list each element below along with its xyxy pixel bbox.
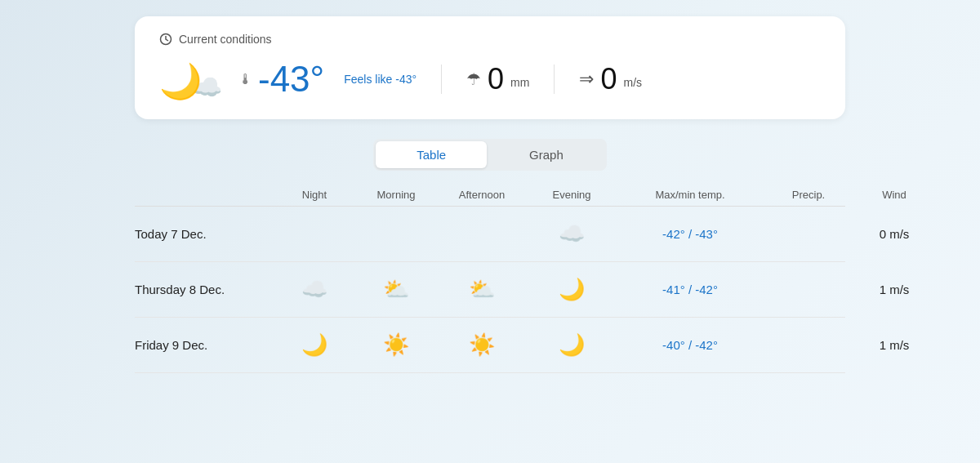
row-fri-night: 🌙 — [274, 332, 355, 358]
col-header-temp: Max/min temp. — [617, 189, 764, 201]
row-today-temp: -42° / -43° — [617, 227, 764, 241]
current-conditions-header: Current conditions — [159, 33, 821, 46]
umbrella-icon: ☂ — [466, 69, 481, 89]
precipitation-unit: mm — [510, 76, 529, 89]
row-fri-evening: 🌙 — [527, 332, 617, 358]
wind-block: ⇒ 0 m/s — [579, 62, 642, 96]
feels-like-label: Feels like -43° — [344, 73, 416, 86]
row-today-evening: ☁️ — [527, 221, 617, 247]
feels-like-temp: -43° — [395, 73, 416, 86]
divider-2 — [554, 65, 555, 94]
table-row: Thursday 8 Dec. ☁️ ⛅ ⛅ 🌙 -41° / -42° 1 m… — [135, 262, 845, 318]
precipitation-value: 0 — [488, 62, 504, 96]
graph-toggle-button[interactable]: Graph — [488, 141, 604, 168]
row-thu-night: ☁️ — [274, 277, 355, 302]
table-row: Today 7 Dec. ☁️ -42° / -43° 0 m/s — [135, 207, 845, 262]
col-header-precip: Precip. — [764, 189, 853, 201]
col-header-evening: Evening — [527, 189, 617, 201]
current-weather-icon: 🌙☁️ — [159, 59, 222, 100]
current-conditions-card: Current conditions 🌙☁️ 🌡 -43° Feels like… — [135, 16, 845, 119]
toggle-container: Table Graph — [373, 139, 607, 171]
table-toggle-button[interactable]: Table — [376, 141, 487, 168]
table-row: Friday 9 Dec. 🌙 ☀️ ☀️ 🌙 -40° / -42° 1 m/… — [135, 318, 845, 373]
col-header-night: Night — [274, 189, 355, 201]
col-header-morning: Morning — [355, 189, 437, 201]
col-header-afternoon: Afternoon — [437, 189, 527, 201]
view-toggle-bar: Table Graph — [373, 139, 607, 171]
row-thu-wind: 1 m/s — [853, 283, 935, 296]
temperature-block: 🌡 -43° — [238, 59, 324, 100]
row-date-fri: Friday 9 Dec. — [135, 338, 274, 352]
forecast-table: Night Morning Afternoon Evening Max/min … — [135, 184, 845, 373]
main-temperature: -43° — [258, 59, 324, 100]
row-fri-morning: ☀️ — [355, 332, 437, 358]
col-header-wind: Wind — [853, 189, 935, 201]
clock-icon — [159, 33, 172, 46]
row-thu-morning: ⛅ — [355, 277, 437, 302]
feels-like-block: Feels like -43° — [341, 72, 416, 87]
row-thu-temp: -41° / -42° — [617, 283, 764, 296]
row-date-today: Today 7 Dec. — [135, 227, 274, 241]
row-thu-evening: 🌙 — [527, 277, 617, 302]
row-date-thu: Thursday 8 Dec. — [135, 283, 274, 296]
wind-unit: m/s — [623, 76, 642, 89]
current-conditions-label: Current conditions — [179, 33, 272, 46]
wind-value: 0 — [600, 62, 617, 96]
current-conditions-row: 🌙☁️ 🌡 -43° Feels like -43° ☂ 0 mm ⇒ 0 m/… — [159, 59, 821, 100]
row-today-wind: 0 m/s — [853, 227, 935, 241]
divider — [441, 65, 442, 94]
wind-icon: ⇒ — [579, 69, 594, 90]
row-fri-wind: 1 m/s — [853, 338, 935, 352]
thermometer-icon: 🌡 — [238, 71, 253, 88]
row-thu-afternoon: ⛅ — [437, 277, 527, 302]
precipitation-block: ☂ 0 mm — [466, 62, 529, 96]
table-header-row: Night Morning Afternoon Evening Max/min … — [135, 184, 845, 207]
row-fri-temp: -40° / -42° — [617, 338, 764, 352]
row-fri-afternoon: ☀️ — [437, 332, 527, 358]
col-header-date — [135, 189, 274, 201]
